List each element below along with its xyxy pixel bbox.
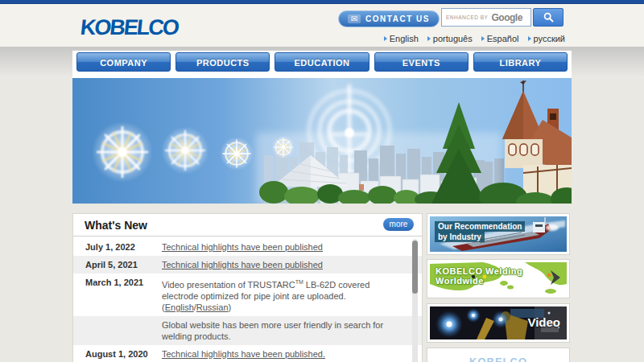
- search-icon: [543, 12, 554, 23]
- news-list: July 1, 2022Technical highlights have be…: [73, 237, 422, 362]
- kobelco-logo[interactable]: KOBELCO: [79, 15, 179, 40]
- language-link-русский[interactable]: русский: [528, 34, 565, 43]
- banner-welding-worldwide[interactable]: KOBELCO Welding Worldwide: [427, 259, 570, 298]
- triangle-icon: [384, 36, 387, 41]
- news-row: March 1, 2021Video presentation of TRUST…: [73, 274, 422, 316]
- hero-image: [72, 78, 572, 204]
- news-link[interactable]: Technical highlights have been published…: [162, 349, 325, 359]
- news-date: April 5, 2021: [73, 259, 162, 270]
- whats-new-header: What's New more: [73, 214, 422, 236]
- news-text: Video presentation of TRUSTARCTM LB-62D …: [162, 277, 422, 313]
- banner2-label: KOBELCO Welding Worldwide: [436, 266, 567, 286]
- news-link[interactable]: Technical highlights have been published: [162, 242, 323, 252]
- language-link-español[interactable]: Español: [481, 34, 519, 43]
- header: KOBELCO ✉ CONTACT US ENHANCED BY Google …: [0, 4, 644, 47]
- news-scrollbar-thumb[interactable]: [412, 241, 418, 294]
- nav-events[interactable]: EVENTS: [374, 52, 469, 72]
- language-link-português[interactable]: português: [427, 34, 473, 43]
- nav-library[interactable]: LIBRARY: [473, 52, 568, 72]
- whats-new-title: What's New: [85, 219, 147, 232]
- news-link[interactable]: English: [165, 302, 194, 312]
- news-date: July 1, 2022: [73, 241, 162, 253]
- news-text: Global website has been more user friend…: [162, 319, 422, 342]
- news-text: Technical highlights have been published: [162, 241, 422, 253]
- search-branding-prefix: ENHANCED BY: [446, 14, 488, 20]
- news-date: March 1, 2021: [73, 277, 162, 313]
- search-button[interactable]: [533, 8, 564, 27]
- search-input[interactable]: ENHANCED BY Google: [441, 8, 531, 27]
- triangle-icon: [528, 36, 531, 41]
- banner3-label: Video: [527, 315, 560, 329]
- nav-education-center[interactable]: EDUCATION CENTER: [275, 52, 369, 72]
- news-row: August 1, 2020Technical highlights have …: [73, 345, 422, 362]
- news-link[interactable]: Russian: [196, 302, 229, 312]
- news-row: Global website has been more user friend…: [73, 316, 422, 345]
- banner4-partial-text: KOBELCO: [430, 356, 567, 362]
- whats-new-panel: What's New more July 1, 2022Technical hi…: [72, 213, 423, 362]
- language-link-english[interactable]: English: [384, 34, 419, 43]
- news-row: April 5, 2021Technical highlights have b…: [73, 256, 422, 274]
- contact-us-label: CONTACT US: [365, 14, 430, 23]
- news-date: [73, 319, 162, 342]
- triangle-icon: [427, 36, 431, 41]
- more-button[interactable]: more: [383, 218, 414, 231]
- news-text: Technical highlights have been published: [162, 259, 422, 270]
- nav-products[interactable]: PRODUCTS: [175, 52, 270, 72]
- google-logo: Google: [491, 12, 522, 23]
- banner-recommendation-by-industry[interactable]: Our Recommendation by Industry: [427, 213, 570, 255]
- news-scrollbar-track[interactable]: [412, 239, 418, 362]
- contact-us-button[interactable]: ✉ CONTACT US: [338, 10, 440, 27]
- news-row: July 1, 2022Technical highlights have be…: [73, 238, 422, 256]
- nav-company[interactable]: COMPANY: [76, 52, 171, 72]
- main-nav: COMPANYPRODUCTSEDUCATION CENTEREVENTSLIB…: [72, 51, 572, 72]
- banner-partial[interactable]: KOBELCO: [427, 348, 570, 362]
- banner-video[interactable]: Video: [427, 303, 570, 343]
- nav-strip: COMPANYPRODUCTSEDUCATION CENTEREVENTSLIB…: [72, 51, 572, 78]
- language-links: EnglishportuguêsEspañolрусский: [411, 34, 565, 43]
- envelope-icon: ✉: [348, 14, 361, 23]
- page: KOBELCO ✉ CONTACT US ENHANCED BY Google …: [0, 0, 644, 362]
- news-date: August 1, 2020: [73, 348, 162, 360]
- news-link[interactable]: Technical highlights have been published: [162, 260, 323, 269]
- triangle-icon: [481, 36, 485, 41]
- banner1-label: Our Recommendation by Industry: [435, 221, 525, 242]
- news-text: Technical highlights have been published…: [162, 348, 422, 360]
